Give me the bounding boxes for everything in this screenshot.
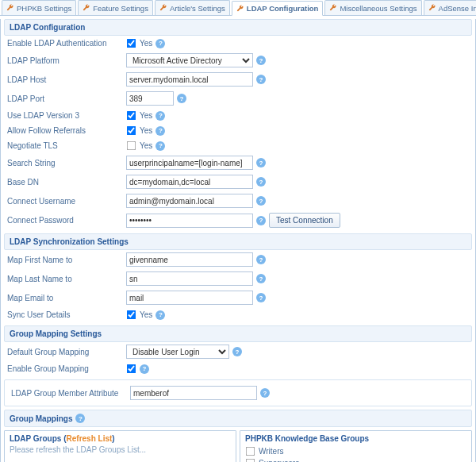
label-map-last: Map Last Name to xyxy=(7,275,126,283)
input-member-attr[interactable] xyxy=(130,386,257,400)
label-basedn: Base DN xyxy=(7,178,126,187)
section-groupmap: Group Mapping Settings xyxy=(4,325,472,342)
tab-3[interactable]: LDAP Configuration xyxy=(232,1,324,16)
kb-group-row: Writers xyxy=(245,445,466,457)
label-enable-auth: Enable LDAP Authentication xyxy=(7,39,126,48)
checkbox-sync-details[interactable] xyxy=(127,310,136,320)
panel-ldap: LDAP Configuration Enable LDAP Authentic… xyxy=(0,19,476,462)
kb-group-checkbox[interactable] xyxy=(246,447,255,456)
checkbox-tls[interactable] xyxy=(127,141,136,151)
help-icon[interactable] xyxy=(155,39,165,48)
wrench-icon xyxy=(83,4,90,12)
help-icon[interactable] xyxy=(256,196,266,206)
help-icon[interactable] xyxy=(256,56,266,65)
select-platform[interactable]: Microsoft Active Directory xyxy=(126,53,253,67)
label-sync-details: Sync User Details xyxy=(7,310,126,319)
tab-5[interactable]: AdSense Integration xyxy=(424,0,476,15)
input-conn-pass[interactable] xyxy=(126,214,253,228)
input-map-last[interactable] xyxy=(126,271,253,286)
label-follow: Allow Follow Referrals xyxy=(7,126,126,135)
help-icon[interactable] xyxy=(256,158,266,167)
ldap-groups-placeholder: Please refresh the LDAP Groups List... xyxy=(10,445,231,454)
wrench-icon xyxy=(6,4,14,12)
kb-group-label: Superusers xyxy=(259,459,299,462)
input-conn-user[interactable] xyxy=(126,194,253,208)
tab-0[interactable]: PHPKB Settings xyxy=(2,0,76,15)
label-host: LDAP Host xyxy=(7,75,126,84)
label-conn-pass: Connect Password xyxy=(7,216,126,225)
wrench-icon xyxy=(329,4,337,12)
input-map-first[interactable] xyxy=(126,252,253,267)
help-icon[interactable] xyxy=(256,274,266,283)
help-icon[interactable] xyxy=(155,310,165,320)
checkbox-enable-group[interactable] xyxy=(127,364,136,374)
help-icon[interactable] xyxy=(256,293,266,302)
input-host[interactable] xyxy=(126,72,253,87)
help-icon[interactable] xyxy=(232,347,242,356)
ldap-groups-header: LDAP Groups xyxy=(10,434,61,443)
wrench-icon xyxy=(236,5,244,13)
label-enable-group: Enable Group Mapping xyxy=(7,364,126,373)
label-map-first: Map First Name to xyxy=(7,256,126,264)
help-icon[interactable] xyxy=(260,388,270,398)
help-icon[interactable] xyxy=(155,126,165,136)
tab-2[interactable]: Article's Settings xyxy=(155,0,230,15)
tab-1[interactable]: Feature Settings xyxy=(78,0,153,15)
help-icon[interactable] xyxy=(256,75,266,84)
label-map-email: Map Email to xyxy=(7,294,126,302)
input-basedn[interactable] xyxy=(126,175,253,189)
select-default-group[interactable]: Disable User Login xyxy=(126,345,229,359)
help-icon[interactable] xyxy=(256,177,266,187)
tab-4[interactable]: Miscellaneous Settings xyxy=(324,0,421,15)
refresh-list-link[interactable]: Refresh List xyxy=(67,434,113,443)
label-tls: Negotiate TLS xyxy=(7,141,126,150)
checkbox-enable-auth[interactable] xyxy=(127,39,136,48)
section-sync: LDAP Synchronization Settings xyxy=(4,233,472,250)
input-search[interactable] xyxy=(126,156,253,170)
section-ldap-config: LDAP Configuration xyxy=(4,19,472,36)
kb-group-row: Superusers xyxy=(245,457,466,462)
label-search: Search String xyxy=(7,159,126,167)
checkbox-v3[interactable] xyxy=(127,111,136,121)
label-platform: LDAP Platform xyxy=(7,56,126,65)
help-icon[interactable] xyxy=(155,111,165,121)
section-mappings: Group Mappings xyxy=(4,410,472,427)
wrench-icon xyxy=(428,4,436,12)
kb-group-checkbox[interactable] xyxy=(246,459,255,462)
label-port: LDAP Port xyxy=(7,94,126,103)
label-default-group: Default Group Mapping xyxy=(7,348,126,356)
ldap-groups-box: LDAP Groups (Refresh List) Please refres… xyxy=(4,430,236,462)
kb-group-label: Writers xyxy=(259,447,283,456)
label-v3: Use LDAP Version 3 xyxy=(7,111,126,120)
tab-bar: PHPKB SettingsFeature SettingsArticle's … xyxy=(0,0,476,16)
help-icon[interactable] xyxy=(155,141,165,151)
help-icon[interactable] xyxy=(177,94,186,103)
kb-groups-header: PHPKB Knowledge Base Groups xyxy=(245,434,466,443)
wrench-icon xyxy=(159,4,167,12)
test-connection-button[interactable]: Test Connection xyxy=(269,213,340,228)
kb-groups-box: PHPKB Knowledge Base Groups WritersSuper… xyxy=(240,430,472,462)
input-port[interactable] xyxy=(126,91,174,106)
help-icon[interactable] xyxy=(75,414,85,423)
help-icon[interactable] xyxy=(140,364,149,374)
label-member-attr: LDAP Group Member Attribute xyxy=(11,389,130,398)
input-map-email[interactable] xyxy=(126,291,253,305)
help-icon[interactable] xyxy=(256,216,266,225)
label-conn-user: Connect Username xyxy=(7,197,126,206)
help-icon[interactable] xyxy=(256,255,266,264)
checkbox-follow[interactable] xyxy=(127,126,136,136)
text-yes: Yes xyxy=(140,39,152,48)
